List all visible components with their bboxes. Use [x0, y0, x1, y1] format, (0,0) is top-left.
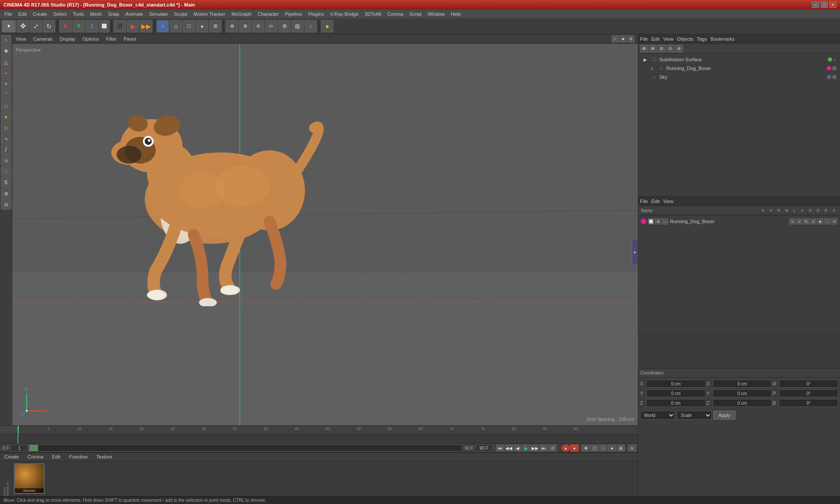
weight-button[interactable]: ●	[608, 444, 616, 452]
toolbar-enable-axis[interactable]: ⊕	[226, 20, 238, 32]
toolbar-world-coord[interactable]: ⬜	[99, 20, 109, 32]
mat-tab-function[interactable]: Function	[66, 453, 90, 461]
subdivision-expand-icon[interactable]: ▶	[642, 56, 649, 63]
menu-select[interactable]: Select	[51, 10, 70, 18]
obj-menu-objects[interactable]: Objects	[677, 36, 693, 42]
tree-item-dog[interactable]: L ⊙ Running_Dog_Boxer	[640, 64, 838, 73]
mat-icon-lock[interactable]: ■	[817, 218, 823, 224]
minimize-button[interactable]: ─	[812, 2, 819, 8]
toolbar-z-axis[interactable]: Z	[86, 20, 98, 32]
x-pos-input[interactable]	[646, 380, 706, 388]
menu-sculpt[interactable]: Sculpt	[172, 10, 190, 18]
keyframe-button[interactable]: ⬡	[591, 444, 598, 452]
menu-snap[interactable]: Snap	[105, 10, 122, 18]
mat-icon-1[interactable]: ⬜	[648, 218, 654, 224]
go-start-button[interactable]: ⏮	[496, 444, 504, 452]
mat-tab-corona[interactable]: Corona	[25, 453, 46, 461]
toolbar-render-region[interactable]: ⬛	[114, 20, 126, 32]
menu-script[interactable]: Script	[406, 10, 424, 18]
menu-vray-bridge[interactable]: V-Ray Bridge	[327, 10, 361, 18]
obj-tool-3[interactable]: ⊘	[658, 45, 665, 52]
options-button[interactable]: ⊞	[617, 444, 625, 452]
vp-menu-options[interactable]: Options	[80, 36, 101, 42]
vp-menu-display[interactable]: Display	[58, 36, 77, 42]
restore-button[interactable]: □	[821, 2, 828, 8]
toolbar-move[interactable]: ✥	[17, 20, 29, 32]
menu-edit[interactable]: Edit	[16, 10, 29, 18]
ik-button[interactable]: ○	[599, 444, 607, 452]
toolbar-lasso[interactable]: ○	[304, 20, 317, 32]
obj-tool-4[interactable]: ⊙	[666, 45, 674, 52]
record-all-button[interactable]: ●	[570, 444, 578, 452]
y-rot-input[interactable]	[713, 389, 772, 397]
tool-line[interactable]: /	[1, 144, 11, 155]
toolbar-light[interactable]: ●	[321, 20, 333, 32]
menu-window[interactable]: Window	[425, 10, 447, 18]
menu-3dtoall[interactable]: 3DToAll	[362, 10, 384, 18]
mat-menu-edit[interactable]: Edit	[651, 199, 660, 204]
vp-lock-button[interactable]: ■	[620, 35, 626, 42]
tool-curve[interactable]: S	[1, 177, 11, 188]
menu-mograph[interactable]: MoGraph	[229, 10, 254, 18]
obj-menu-file[interactable]: File	[640, 36, 648, 42]
mat-icon-chain[interactable]: ⊙	[810, 218, 816, 224]
toolbar-render-all[interactable]: ▶▶	[140, 20, 152, 32]
viewport-canvas[interactable]: Perspective Grid Spacing : 100 cm	[12, 44, 638, 425]
b-input[interactable]	[779, 399, 838, 407]
record-button[interactable]: ●	[562, 444, 570, 452]
toolbar-uv-mode[interactable]: ⊞	[209, 20, 221, 32]
menu-character[interactable]: Character	[255, 10, 281, 18]
obj-tool-1[interactable]: ⊕	[640, 45, 648, 52]
tool-soft[interactable]: S	[1, 166, 11, 177]
toolbar-paint[interactable]: ✏	[265, 20, 277, 32]
tool-circle[interactable]: ●	[1, 68, 11, 78]
mat-icon-r[interactable]: R	[803, 218, 809, 224]
obj-menu-view[interactable]: View	[663, 36, 674, 42]
menu-help[interactable]: Help	[448, 10, 464, 18]
tree-item-sky[interactable]: ○ Sky	[640, 73, 838, 81]
tool-hair[interactable]: ∿	[1, 133, 11, 144]
menu-plugins[interactable]: Plugins	[305, 10, 326, 18]
timeline-scrub[interactable]	[29, 444, 463, 452]
y-pos-input[interactable]	[646, 389, 706, 397]
mat-tab-texture[interactable]: Texture	[94, 453, 115, 461]
menu-motion-tracker[interactable]: Motion Tracker	[191, 10, 228, 18]
material-item-dog[interactable]: ⬜ ⊞ — Running_Dog_Boxer S V R ⊙ ■ → H	[639, 217, 839, 226]
mat-icon-v[interactable]: V	[796, 218, 802, 224]
scale-select[interactable]: Scale	[677, 411, 712, 420]
toolbar-scale[interactable]: ⤢	[30, 20, 42, 32]
toolbar-snap[interactable]: ⊗	[239, 20, 251, 32]
menu-simulate[interactable]: Simulate	[147, 10, 171, 18]
motion-path-button[interactable]: ✥	[582, 444, 590, 452]
step-back-button[interactable]: ◀	[514, 444, 522, 452]
mat-icon-2[interactable]: ⊞	[655, 218, 661, 224]
toolbar-mode-model[interactable]: ▼	[2, 20, 16, 32]
side-panel-tab[interactable]: ▶	[632, 239, 638, 265]
x-rot-input[interactable]	[713, 380, 772, 388]
vp-menu-view[interactable]: View	[14, 36, 28, 42]
tree-item-subdivision[interactable]: ▶ ⬡ Subdivision Surface ✓	[640, 55, 838, 64]
menu-file[interactable]: File	[2, 10, 15, 18]
mat-tab-edit[interactable]: Edit	[49, 453, 63, 461]
p-input[interactable]	[779, 389, 838, 397]
toolbar-object-mode[interactable]: ○	[157, 20, 169, 32]
toolbar-y-axis[interactable]: Y	[73, 20, 85, 32]
mat-tab-create[interactable]: Create	[2, 453, 21, 461]
mat-menu-view[interactable]: View	[663, 199, 674, 204]
tool-magnet[interactable]: ⊙	[1, 155, 11, 166]
tool-bend[interactable]: ⌒	[1, 90, 11, 100]
tool-camera[interactable]: □	[1, 101, 11, 111]
toolbar-snap-2[interactable]: ⊘	[252, 20, 264, 32]
menu-tools[interactable]: Tools	[70, 10, 87, 18]
z-rot-input[interactable]	[713, 399, 772, 407]
close-button[interactable]: ✕	[830, 2, 836, 8]
mat-icon-3[interactable]: —	[662, 218, 668, 224]
tool-polygon[interactable]: △	[1, 57, 11, 67]
step-forward-button[interactable]: ▶▶	[531, 444, 539, 452]
menu-pipeline[interactable]: Pipeline	[282, 10, 304, 18]
go-end-button[interactable]: ⏭	[540, 444, 548, 452]
go-back-button[interactable]: ◀◀	[505, 444, 513, 452]
vp-menu-panel[interactable]: Panel	[122, 36, 138, 42]
menu-mesh[interactable]: Mesh	[88, 10, 105, 18]
timeline-track[interactable]	[0, 434, 638, 444]
